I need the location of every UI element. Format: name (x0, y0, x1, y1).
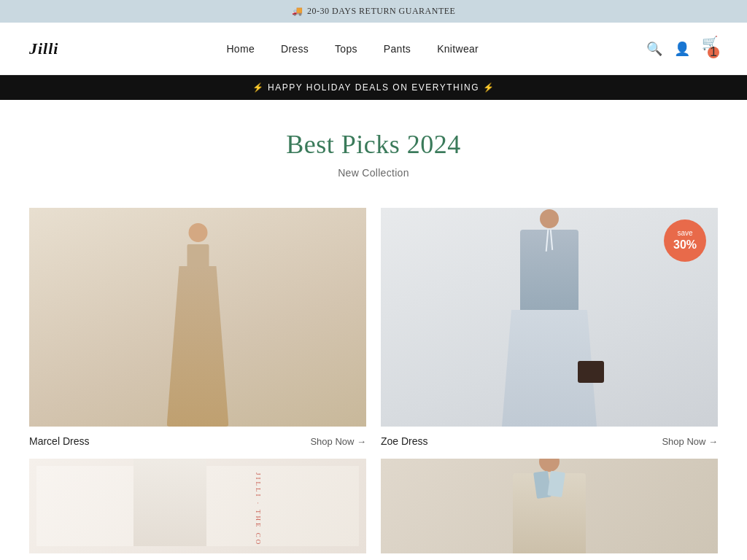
truck-icon: 🚚 (292, 6, 303, 17)
cart-badge: 1 (708, 47, 719, 58)
user-icon[interactable]: 👤 (674, 41, 690, 57)
cart-icon[interactable]: 🛒 1 (702, 35, 718, 63)
announcement-text: 20-30 DAYS RETURN GUARANTEE (307, 6, 455, 17)
logo[interactable]: Jilli (29, 39, 58, 58)
product-card-marcel: Marcel Dress Shop Now → (29, 208, 366, 459)
nav-home[interactable]: Home (226, 43, 255, 55)
product-card-bottom-left[interactable]: JILLI · THE CO (29, 459, 366, 553)
save-label: save (677, 229, 692, 238)
brand-text-overlay: JILLI · THE CO (255, 472, 262, 546)
product-card-zoe: save 30% Zoe Dress (381, 208, 718, 459)
product-grid: Marcel Dress Shop Now → save 30% (0, 193, 747, 553)
marcel-dress-image[interactable] (29, 208, 366, 427)
save-badge: save 30% (664, 219, 706, 262)
zoe-shop-now[interactable]: Shop Now → (662, 436, 718, 447)
hero-section: Best Picks 2024 New Collection (0, 100, 747, 193)
marcel-product-info: Marcel Dress Shop Now → (29, 427, 366, 459)
product-card-bottom-right[interactable] (381, 459, 718, 553)
main-nav: Home Dress Tops Pants Knitwear (226, 43, 479, 55)
zoe-dress-name: Zoe Dress (381, 435, 428, 447)
holiday-banner: ⚡ HAPPY HOLIDAY DEALS ON EVERYTHING ⚡ (0, 75, 747, 100)
holiday-text: ⚡ HAPPY HOLIDAY DEALS ON EVERYTHING ⚡ (252, 82, 495, 93)
nav-dress[interactable]: Dress (281, 43, 309, 55)
header: Jilli Home Dress Tops Pants Knitwear 🔍 👤… (0, 23, 747, 75)
hero-title: Best Picks 2024 (0, 129, 747, 160)
marcel-shop-now[interactable]: Shop Now → (310, 436, 366, 447)
bottom-left-image[interactable]: JILLI · THE CO (29, 459, 366, 553)
announcement-bar: 🚚 20-30 DAYS RETURN GUARANTEE (0, 0, 747, 23)
bottom-right-image[interactable] (381, 459, 718, 553)
nav-tops[interactable]: Tops (335, 43, 357, 55)
marcel-dress-name: Marcel Dress (29, 435, 89, 447)
product-row-top: Marcel Dress Shop Now → save 30% (29, 208, 718, 459)
search-icon[interactable]: 🔍 (646, 41, 662, 57)
zoe-dress-image[interactable]: save 30% (381, 208, 718, 427)
nav-pants[interactable]: Pants (384, 43, 411, 55)
nav-knitwear[interactable]: Knitwear (437, 43, 479, 55)
save-percentage: 30% (673, 238, 697, 252)
product-row-bottom: JILLI · THE CO (29, 459, 718, 553)
zoe-product-info: Zoe Dress Shop Now → (381, 427, 718, 459)
hero-subtitle: New Collection (0, 167, 747, 179)
header-icons: 🔍 👤 🛒 1 (646, 35, 718, 63)
